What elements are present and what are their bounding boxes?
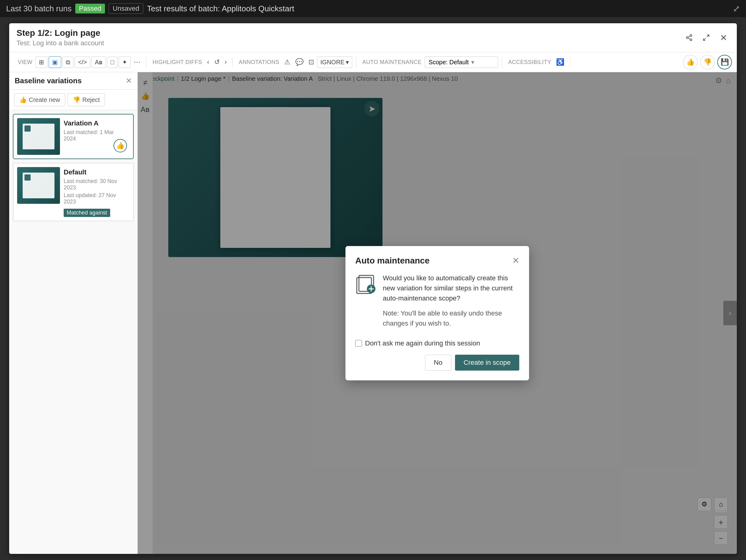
view-frame-btn[interactable]: □ xyxy=(107,57,117,68)
accessibility-label: ACCESSIBILITY xyxy=(508,59,551,65)
svg-point-0 xyxy=(690,35,692,36)
no-button[interactable]: No xyxy=(425,355,451,371)
view-code-btn[interactable]: </> xyxy=(75,57,90,68)
sidebar-close-btn[interactable]: ✕ xyxy=(126,77,132,85)
svg-line-5 xyxy=(707,35,709,37)
thumbs-up-icon: 👍 xyxy=(19,96,27,104)
variation-card-a[interactable]: Variation A Last matched: 1 Mar 2024 👍 xyxy=(13,114,134,159)
variation-date1-default: Last matched: 30 Nov 2023 xyxy=(64,178,130,191)
matched-against-badge: Matched against xyxy=(64,209,110,217)
modal-close-btn[interactable]: ✕ xyxy=(512,256,519,265)
variation-thumb-a xyxy=(17,118,60,155)
action-btns: 👍 👎 💾 xyxy=(683,55,732,69)
modal-text: Would you like to automatically create t… xyxy=(383,273,519,333)
content-area: Baseline variations ✕ 👍 Create new 👎 Rej… xyxy=(9,72,737,554)
sidebar-header: Baseline variations ✕ xyxy=(9,72,137,90)
baseline-variations-sidebar: Baseline variations ✕ 👍 Create new 👎 Rej… xyxy=(9,72,138,554)
dropdown-arrow: ▾ xyxy=(471,58,474,66)
svg-line-6 xyxy=(704,38,706,40)
panel-title: Step 1/2: Login page xyxy=(17,28,104,38)
passed-badge: Passed xyxy=(75,4,105,13)
next-diff-icon[interactable]: › xyxy=(223,57,229,67)
more-options-icon[interactable]: ⋯ xyxy=(132,57,142,67)
thumbs-up-btn[interactable]: 👍 xyxy=(683,55,698,69)
save-btn[interactable]: 💾 xyxy=(717,55,732,69)
modal-note-text: Note: You'll be able to easily undo thes… xyxy=(383,308,519,328)
region-icon[interactable]: ⊡ xyxy=(307,57,316,67)
checkbox-row: Don't ask me again during this session xyxy=(355,339,519,347)
prev-diff-icon[interactable]: ‹ xyxy=(205,57,211,67)
reject-label: Reject xyxy=(82,96,100,104)
svg-line-4 xyxy=(688,36,690,37)
modal-header: Auto maintenance ✕ xyxy=(355,256,519,265)
panel-header-actions: ✕ xyxy=(683,31,729,44)
modal-body-text: Would you like to automatically create t… xyxy=(383,273,519,303)
auto-maintenance-label: AUTO MAINTENANCE xyxy=(362,59,422,65)
ignore-btn[interactable]: IGNORE ▾ xyxy=(317,56,352,68)
svg-point-2 xyxy=(690,39,692,41)
thumbs-down-icon: 👎 xyxy=(73,96,81,104)
share-button[interactable] xyxy=(683,31,695,44)
scope-label: Scope: Default xyxy=(429,59,469,66)
create-new-label: Create new xyxy=(29,96,60,104)
highlight-label: HIGHLIGHT DIFFS xyxy=(152,59,202,65)
accessibility-icon[interactable]: ♿ xyxy=(554,57,566,67)
thumbs-down-btn[interactable]: 👎 xyxy=(700,55,715,69)
variation-card-default[interactable]: Default Last matched: 30 Nov 2023 Last u… xyxy=(13,163,134,221)
variation-name-default: Default xyxy=(64,168,130,176)
main-panel: Step 1/2: Login page Test: Log into a ba… xyxy=(9,23,737,554)
view-split-btn[interactable]: ⊞ xyxy=(35,56,48,68)
sidebar-actions: 👍 Create new 👎 Reject xyxy=(9,90,137,110)
modal-title: Auto maintenance xyxy=(355,256,430,265)
modal-overlay: Auto maintenance ✕ xyxy=(138,72,737,554)
view-overlay-btn[interactable]: ▣ xyxy=(49,56,61,68)
auto-maintenance-section: AUTO MAINTENANCE Scope: Default ▾ xyxy=(358,56,502,68)
dont-ask-checkbox[interactable] xyxy=(355,340,362,347)
view-ab-btn[interactable]: Aʙ xyxy=(91,56,106,68)
svg-point-1 xyxy=(686,37,688,38)
undo-diff-icon[interactable]: ↺ xyxy=(212,57,222,67)
annotations-label: ANNOTATIONS xyxy=(239,59,279,65)
reject-btn[interactable]: 👎 Reject xyxy=(68,93,105,106)
svg-line-3 xyxy=(688,38,690,39)
variation-date2-default: Last updated: 27 Nov 2023 xyxy=(64,192,130,205)
modal-body: Would you like to automatically create t… xyxy=(355,273,519,333)
test-title: Test results of batch: Applitools Quicks… xyxy=(147,4,294,13)
share-icon[interactable]: ⤢ xyxy=(733,4,740,14)
view-mask-btn[interactable]: ✦ xyxy=(119,56,131,68)
create-new-btn[interactable]: 👍 Create new xyxy=(14,93,65,106)
batch-runs-title: Last 30 batch runs xyxy=(6,4,71,13)
panel-subtitle: Test: Log into a bank account xyxy=(17,39,104,47)
thumbs-up-circle-a[interactable]: 👍 xyxy=(114,139,127,152)
modal-footer: No Create in scope xyxy=(355,355,519,371)
viewport-area: Checkpoint | 1/2 Login page * | Baseline… xyxy=(138,72,737,554)
annotations-section: ANNOTATIONS ⚠ 💬 ⊡ IGNORE ▾ xyxy=(235,56,356,68)
dont-ask-label[interactable]: Don't ask me again during this session xyxy=(365,339,480,347)
modal-icon xyxy=(355,273,377,295)
top-bar: Last 30 batch runs Passed Unsaved Test r… xyxy=(0,0,746,17)
comment-icon[interactable]: 💬 xyxy=(293,57,305,67)
auto-maintenance-modal: Auto maintenance ✕ xyxy=(345,246,529,381)
warning-icon[interactable]: ⚠ xyxy=(282,57,292,67)
view-layers-btn[interactable]: ⧉ xyxy=(62,57,74,68)
variation-list: Variation A Last matched: 1 Mar 2024 👍 xyxy=(9,110,137,554)
sidebar-title: Baseline variations xyxy=(15,77,126,85)
expand-button[interactable] xyxy=(700,31,712,44)
variation-name-a: Variation A xyxy=(64,119,126,127)
create-in-scope-button[interactable]: Create in scope xyxy=(455,355,519,371)
highlight-section: HIGHLIGHT DIFFS ‹ ↺ › xyxy=(149,57,233,67)
view-section: VIEW ⊞ ▣ ⧉ </> Aʙ □ ✦ ⋯ xyxy=(14,56,146,68)
toolbar: VIEW ⊞ ▣ ⧉ </> Aʙ □ ✦ ⋯ HIGHLIGHT DIFFS … xyxy=(9,52,737,72)
variation-thumb-default xyxy=(17,167,60,204)
panel-header: Step 1/2: Login page Test: Log into a ba… xyxy=(9,23,737,52)
accessibility-section: ACCESSIBILITY ♿ xyxy=(505,57,570,67)
unsaved-badge: Unsaved xyxy=(109,3,143,14)
scope-dropdown[interactable]: Scope: Default ▾ xyxy=(425,56,498,68)
view-label: VIEW xyxy=(18,59,32,65)
variation-meta-default: Default Last matched: 30 Nov 2023 Last u… xyxy=(64,167,130,217)
close-panel-button[interactable]: ✕ xyxy=(717,31,729,44)
